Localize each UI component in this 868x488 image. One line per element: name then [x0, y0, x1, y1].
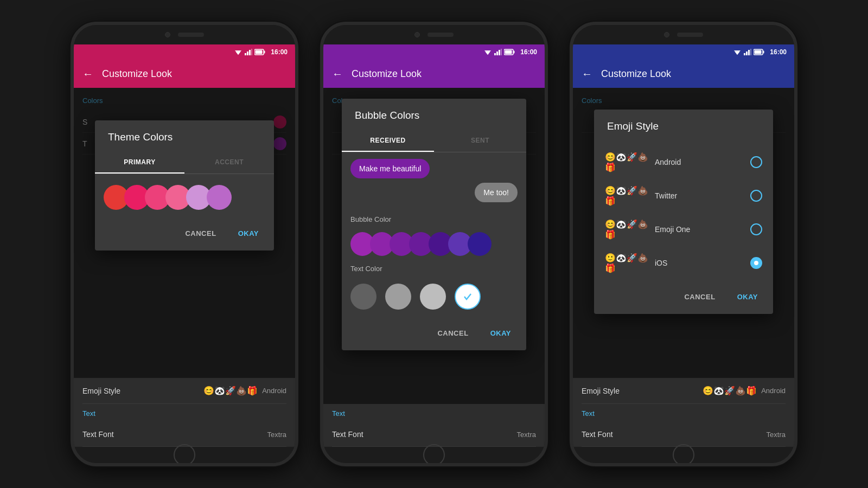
battery-icon-2: [504, 49, 515, 55]
emoji-icons-display-3: 😊🐼🚀💩🎁: [703, 386, 757, 396]
phone-2: 16:00 ← Customize Look Colors Bubble Col…: [320, 22, 548, 466]
emoji-style-row-3[interactable]: Emoji Style 😊🐼🚀💩🎁 Android: [582, 378, 786, 404]
radio-emojione[interactable]: [750, 223, 762, 235]
phone-3-screen: 16:00 ← Customize Look Colors Emoji Styl…: [573, 44, 794, 447]
emoji-android-name: Android: [655, 158, 746, 166]
emoji-icons-1: 😊🐼🚀💩🎁 Android: [203, 386, 286, 396]
phone-3-top-bar: [573, 25, 794, 44]
svg-rect-21: [746, 52, 748, 55]
dialog-buttons-3: CANCEL OKAY: [594, 284, 773, 314]
tswatch-2[interactable]: [385, 284, 411, 310]
emoji-style-list: 😊🐼🚀💩🎁 Android 😊🐼🚀💩🎁 Twitter: [594, 141, 773, 284]
tab-sent[interactable]: SENT: [434, 130, 526, 152]
color-swatches-1: [95, 174, 274, 221]
phone-1-screen: 16:00 ← Customize Look Colors S T Theme …: [74, 44, 295, 447]
dialog-buttons-1: CANCEL OKAY: [95, 221, 274, 251]
emoji-ios-item[interactable]: 🙂🐼🚀💩🎁 iOS: [594, 246, 773, 280]
radio-twitter[interactable]: [750, 190, 762, 202]
status-bar-1: 16:00: [74, 44, 295, 60]
cancel-button-2[interactable]: CANCEL: [431, 325, 475, 342]
footer-rows-1: Emoji Style 😊🐼🚀💩🎁 Android Text Text Font…: [74, 378, 295, 447]
camera-dot: [165, 32, 170, 37]
footer-rows-2: Text Text Font Textra: [323, 404, 545, 447]
status-time-3: 16:00: [770, 48, 787, 56]
text-color-swatches: [342, 277, 526, 320]
home-button-1[interactable]: [174, 444, 195, 466]
status-time-2: 16:00: [520, 48, 537, 56]
theme-colors-dialog: Theme Colors PRIMARY ACCENT CAN: [95, 120, 274, 251]
tab-received[interactable]: RECEIVED: [342, 130, 434, 152]
phone-2-top-bar: [323, 25, 545, 44]
tswatch-3[interactable]: [420, 284, 446, 310]
status-icons-1: 16:00: [234, 48, 288, 56]
phone-2-bottom: [323, 447, 545, 463]
emoji-twitter-icons: 😊🐼🚀💩🎁: [605, 185, 650, 206]
screen-content-1: Colors S T Theme Colors PRIMARY ACCENT: [74, 88, 295, 378]
home-button-2[interactable]: [423, 444, 445, 466]
status-icons-3: 16:00: [733, 48, 787, 56]
emoji-android-icons: 😊🐼🚀💩🎁: [605, 152, 650, 172]
svg-marker-1: [236, 52, 240, 55]
emoji-style-dialog: Emoji Style 😊🐼🚀💩🎁 Android 😊🐼🚀💩🎁: [594, 110, 773, 314]
text-font-label-3: Text Font: [582, 430, 613, 439]
emoji-android-item[interactable]: 😊🐼🚀💩🎁 Android: [594, 145, 773, 179]
svg-rect-12: [496, 52, 498, 55]
screen-content-3: Colors Emoji Style 😊🐼🚀💩🎁 Android: [573, 88, 794, 378]
svg-marker-10: [486, 52, 490, 55]
status-icons-2: 16:00: [483, 48, 537, 56]
okay-button-1[interactable]: OKAY: [232, 225, 265, 242]
phone-3-bottom: [573, 447, 794, 463]
emoji-label-3: Emoji Style: [582, 387, 620, 395]
back-icon-2[interactable]: ←: [332, 68, 343, 80]
dialog-title-2: Bubble Colors: [342, 99, 526, 130]
back-icon-1[interactable]: ←: [82, 68, 93, 80]
tab-accent[interactable]: ACCENT: [184, 152, 274, 174]
svg-rect-22: [748, 50, 750, 55]
emoji-twitter-item[interactable]: 😊🐼🚀💩🎁 Twitter: [594, 179, 773, 213]
tswatch-4[interactable]: [455, 284, 481, 310]
svg-rect-20: [744, 53, 745, 55]
svg-rect-25: [763, 51, 764, 54]
back-icon-3[interactable]: ←: [582, 68, 592, 80]
swatch-purple1[interactable]: [207, 185, 232, 210]
svg-rect-17: [505, 50, 512, 54]
text-font-row-3[interactable]: Text Font Textra: [582, 422, 786, 447]
status-time-1: 16:00: [271, 48, 288, 56]
battery-icon: [254, 49, 265, 55]
svg-rect-23: [750, 49, 751, 55]
svg-rect-7: [264, 51, 265, 54]
okay-button-2[interactable]: OKAY: [484, 325, 518, 342]
okay-button-3[interactable]: OKAY: [731, 288, 764, 305]
phone-3: 16:00 ← Customize Look Colors Emoji Styl…: [570, 22, 797, 466]
phone-1: 16:00 ← Customize Look Colors S T Theme …: [71, 22, 298, 466]
check-icon: [462, 291, 473, 302]
cancel-button-3[interactable]: CANCEL: [678, 288, 722, 305]
app-bar-title-2: Customize Look: [352, 68, 422, 80]
text-color-label: Text Color: [342, 265, 526, 277]
text-font-row-2[interactable]: Text Font Textra: [332, 422, 536, 447]
phone-2-screen: 16:00 ← Customize Look Colors Bubble Col…: [323, 44, 545, 447]
camera-dot-2: [414, 32, 420, 37]
bubble-received-msg: Make me beautiful: [350, 159, 430, 178]
home-button-3[interactable]: [673, 444, 694, 466]
dialog-tabs-2: RECEIVED SENT: [342, 130, 526, 152]
radio-ios[interactable]: [750, 257, 762, 269]
dialog-tabs-1: PRIMARY ACCENT: [95, 152, 274, 174]
status-bar-3: 16:00: [573, 44, 794, 60]
bswatch-7[interactable]: [468, 232, 492, 256]
emoji-twitter-name: Twitter: [655, 191, 746, 200]
tswatch-1[interactable]: [350, 284, 376, 310]
wifi-icon-3: [733, 49, 742, 55]
text-font-row-1[interactable]: Text Font Textra: [82, 422, 286, 447]
emoji-style-row-1[interactable]: Emoji Style 😊🐼🚀💩🎁 Android: [82, 378, 286, 404]
radio-android[interactable]: [750, 156, 762, 168]
emoji-value-1: Android: [262, 387, 286, 395]
speaker-grille-2: [427, 33, 454, 37]
bubble-colors-dialog: Bubble Colors RECEIVED SENT Make me beau…: [342, 99, 526, 350]
tab-primary[interactable]: PRIMARY: [95, 152, 184, 174]
cancel-button-1[interactable]: CANCEL: [178, 225, 222, 242]
dialog-overlay-3: Emoji Style 😊🐼🚀💩🎁 Android 😊🐼🚀💩🎁: [573, 88, 794, 378]
app-bar-title-3: Customize Look: [601, 68, 671, 80]
emoji-emojione-item[interactable]: 😊🐼🚀💩🎁 Emoji One: [594, 213, 773, 246]
app-bar-2: ← Customize Look: [323, 60, 545, 88]
